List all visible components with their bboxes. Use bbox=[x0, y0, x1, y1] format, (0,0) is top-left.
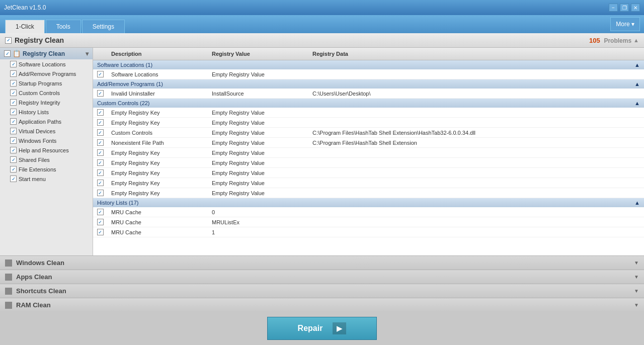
row-checkbox[interactable] bbox=[97, 229, 104, 235]
row-checkbox[interactable] bbox=[97, 180, 104, 186]
sidebar-item-add-remove[interactable]: Add/Remove Programs bbox=[0, 69, 93, 78]
shortcuts-clean-panel[interactable]: Shortcuts Clean ▼ bbox=[0, 284, 644, 298]
close-button[interactable]: ✕ bbox=[631, 4, 640, 12]
sidebar-item-startup[interactable]: Startup Programs bbox=[0, 78, 93, 88]
group-history-lists[interactable]: History Lists (17) ▲ bbox=[93, 198, 644, 207]
tab-tools[interactable]: Tools bbox=[46, 20, 81, 33]
problems-count: 105 Problems bbox=[589, 37, 631, 44]
row-checkbox[interactable] bbox=[97, 149, 104, 156]
table-row[interactable]: Empty Registry Key Empty Registry Value bbox=[93, 178, 644, 188]
table-row[interactable]: Empty Registry Key Empty Registry Value bbox=[93, 108, 644, 118]
sidebar: 📋 Registry Clean ▾ Software Locations Ad… bbox=[0, 48, 93, 255]
windows-clean-panel[interactable]: Windows Clean ▼ bbox=[0, 255, 644, 270]
sidebar-item-software-locations[interactable]: Software Locations bbox=[0, 59, 93, 69]
row-checkbox[interactable] bbox=[97, 71, 104, 77]
row-checkbox[interactable] bbox=[97, 209, 104, 215]
table-row[interactable]: Software Locations Empty Registry Value bbox=[93, 69, 644, 79]
repair-button[interactable]: Repair ▶ bbox=[267, 317, 377, 340]
sidebar-item-registry-integrity[interactable]: Registry Integrity bbox=[0, 98, 93, 107]
col-registry-value: Registry Value bbox=[208, 50, 308, 58]
minimize-button[interactable]: − bbox=[609, 4, 618, 12]
restore-button[interactable]: ❐ bbox=[620, 4, 629, 12]
group-software-locations[interactable]: Software Locations (1) ▲ bbox=[93, 60, 644, 69]
sidebar-item-custom-controls[interactable]: Custom Controls bbox=[0, 88, 93, 98]
sidebar-item-windows-fonts[interactable]: Windows Fonts bbox=[0, 136, 93, 145]
table-row[interactable]: Empty Registry Key Empty Registry Value bbox=[93, 148, 644, 158]
sidebar-item-shared-files[interactable]: Shared Files bbox=[0, 155, 93, 164]
table-header: Description Registry Value Registry Data bbox=[93, 48, 644, 60]
col-description: Description bbox=[107, 50, 208, 58]
table-row[interactable]: MRU Cache MRUListEx bbox=[93, 217, 644, 227]
registry-clean-checkbox[interactable] bbox=[5, 37, 12, 44]
sidebar-registry-clean[interactable]: 📋 Registry Clean ▾ bbox=[0, 48, 93, 59]
sidebar-item-application-paths[interactable]: Application Paths bbox=[0, 117, 93, 126]
group-collapse-icon[interactable]: ▲ bbox=[634, 200, 640, 206]
more-button[interactable]: More ▾ bbox=[610, 17, 640, 31]
table-row[interactable]: Nonexistent File Path Empty Registry Val… bbox=[93, 138, 644, 148]
table-row[interactable]: Empty Registry Key Empty Registry Value bbox=[93, 188, 644, 198]
sidebar-main-checkbox[interactable] bbox=[4, 50, 11, 57]
group-collapse-icon[interactable]: ▲ bbox=[634, 81, 640, 87]
sidebar-item-start-menu[interactable]: Start menu bbox=[0, 174, 93, 184]
registry-clean-header: Registry Clean 105 Problems ▲ bbox=[0, 33, 644, 48]
registry-clean-title: Registry Clean bbox=[15, 36, 64, 44]
table-row[interactable]: MRU Cache 1 bbox=[93, 227, 644, 237]
group-collapse-icon[interactable]: ▲ bbox=[634, 100, 640, 106]
row-checkbox[interactable] bbox=[97, 190, 104, 196]
table-row[interactable]: MRU Cache 0 bbox=[93, 207, 644, 217]
ram-clean-panel[interactable]: RAM Clean ▼ bbox=[0, 298, 644, 312]
repair-button-container: Repair ▶ bbox=[0, 312, 644, 345]
table-area: Description Registry Value Registry Data… bbox=[93, 48, 644, 255]
group-collapse-icon[interactable]: ▲ bbox=[634, 62, 640, 68]
col-registry-data: Registry Data bbox=[308, 50, 644, 58]
app-title: JetClean v1.5.0 bbox=[4, 4, 46, 11]
row-checkbox[interactable] bbox=[97, 169, 104, 176]
apps-clean-checkbox[interactable] bbox=[5, 274, 12, 281]
shortcuts-clean-chevron[interactable]: ▼ bbox=[634, 288, 639, 294]
row-checkbox[interactable] bbox=[97, 109, 104, 116]
table-body: Software Locations (1) ▲ Software Locati… bbox=[93, 60, 644, 255]
tab-1click[interactable]: 1-Click bbox=[5, 20, 45, 33]
sidebar-item-virtual-devices[interactable]: Virtual Devices bbox=[0, 126, 93, 136]
row-checkbox[interactable] bbox=[97, 90, 104, 97]
col-check bbox=[93, 50, 107, 58]
windows-clean-checkbox[interactable] bbox=[5, 260, 12, 267]
repair-arrow-icon: ▶ bbox=[333, 322, 346, 334]
registry-clean-title-area: Registry Clean bbox=[5, 36, 64, 44]
apps-clean-panel[interactable]: Apps Clean ▼ bbox=[0, 270, 644, 284]
ram-clean-chevron[interactable]: ▼ bbox=[634, 302, 639, 308]
row-checkbox[interactable] bbox=[97, 219, 104, 225]
table-row[interactable]: Custom Controls Empty Registry Value C:\… bbox=[93, 128, 644, 138]
group-add-remove[interactable]: Add/Remove Programs (1) ▲ bbox=[93, 79, 644, 89]
table-row[interactable]: Empty Registry Key Empty Registry Value bbox=[93, 118, 644, 128]
table-row[interactable]: Empty Registry Key Empty Registry Value bbox=[93, 168, 644, 178]
registry-clean-panel: Registry Clean 105 Problems ▲ 📋 Registry… bbox=[0, 33, 644, 255]
sidebar-item-help-resources[interactable]: Help and Resources bbox=[0, 145, 93, 155]
shortcuts-clean-checkbox[interactable] bbox=[5, 288, 12, 295]
row-checkbox[interactable] bbox=[97, 119, 104, 126]
sidebar-item-file-extensions[interactable]: File Extensions bbox=[0, 164, 93, 174]
row-checkbox[interactable] bbox=[97, 159, 104, 166]
tab-settings[interactable]: Settings bbox=[82, 20, 125, 33]
row-checkbox[interactable] bbox=[97, 129, 104, 136]
tab-bar: 1-Click Tools Settings More ▾ bbox=[0, 15, 644, 33]
registry-clean-body: 📋 Registry Clean ▾ Software Locations Ad… bbox=[0, 48, 644, 255]
table-row[interactable]: Invalid Uninstaller InstallSource C:\Use… bbox=[93, 89, 644, 99]
group-custom-controls[interactable]: Custom Controls (22) ▲ bbox=[93, 99, 644, 108]
main-content: Registry Clean 105 Problems ▲ 📋 Registry… bbox=[0, 33, 644, 345]
apps-clean-chevron[interactable]: ▼ bbox=[634, 274, 639, 280]
collapse-icon[interactable]: ▲ bbox=[633, 37, 639, 43]
ram-clean-checkbox[interactable] bbox=[5, 302, 12, 309]
title-bar: JetClean v1.5.0 − ❐ ✕ bbox=[0, 0, 644, 15]
window-controls: − ❐ ✕ bbox=[609, 4, 640, 12]
windows-clean-chevron[interactable]: ▼ bbox=[634, 260, 639, 266]
sidebar-item-history-lists[interactable]: History Lists bbox=[0, 107, 93, 117]
table-row[interactable]: Empty Registry Key Empty Registry Value bbox=[93, 158, 644, 168]
row-checkbox[interactable] bbox=[97, 139, 104, 146]
